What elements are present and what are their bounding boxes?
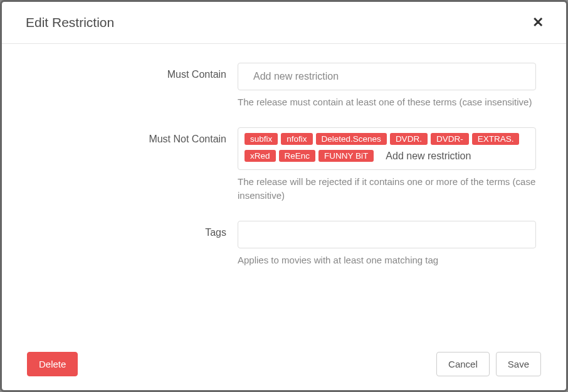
restriction-tag[interactable]: EXTRAS. [472,133,520,145]
restriction-tag[interactable]: ReEnc [279,150,316,162]
modal-header: Edit Restriction ✕ [2,2,566,44]
delete-button[interactable]: Delete [27,352,78,376]
restriction-tag[interactable]: xRed [245,150,276,162]
tags-input[interactable] [245,226,529,243]
modal-footer: Delete Cancel Save [2,342,566,390]
close-button[interactable]: ✕ [530,13,546,32]
restriction-tag[interactable]: subfix [245,133,278,145]
must-not-contain-help: The release will be rejected if it conta… [238,175,536,203]
restriction-tag[interactable]: DVDR- [431,133,469,145]
restriction-tag[interactable]: nfofix [281,133,312,145]
edit-restriction-modal: Edit Restriction ✕ Must Contain The rele… [2,2,566,390]
restriction-tag[interactable]: Deleted.Scenes [316,133,387,145]
must-contain-row: Must Contain The release must contain at… [26,63,536,110]
must-not-contain-control: subfixnfofixDeleted.ScenesDVDR.DVDR-EXTR… [238,127,536,203]
save-button[interactable]: Save [496,352,541,376]
must-not-contain-label: Must Not Contain [26,127,238,203]
must-not-contain-row: Must Not Contain subfixnfofixDeleted.Sce… [26,127,536,203]
tags-help: Applies to movies with at least one matc… [238,253,536,268]
tags-label: Tags [26,221,238,268]
must-contain-input-box[interactable] [238,63,536,90]
restriction-tag[interactable]: DVDR. [390,133,428,145]
must-contain-input[interactable] [245,68,529,85]
restriction-tag[interactable]: FUNNY BiT [318,150,374,162]
must-not-contain-input-box[interactable]: subfixnfofixDeleted.ScenesDVDR.DVDR-EXTR… [238,127,536,170]
cancel-button[interactable]: Cancel [436,352,490,376]
modal-body: Must Contain The release must contain at… [2,44,566,342]
must-contain-label: Must Contain [26,63,238,110]
must-contain-help: The release must contain at least one of… [238,95,536,110]
footer-right: Cancel Save [436,352,541,376]
tags-row: Tags Applies to movies with at least one… [26,221,536,268]
close-icon: ✕ [532,14,544,30]
tags-control: Applies to movies with at least one matc… [238,221,536,268]
tags-input-box[interactable] [238,221,536,248]
must-contain-control: The release must contain at least one of… [238,63,536,110]
must-not-contain-input[interactable] [377,148,529,164]
modal-title: Edit Restriction [26,15,114,30]
